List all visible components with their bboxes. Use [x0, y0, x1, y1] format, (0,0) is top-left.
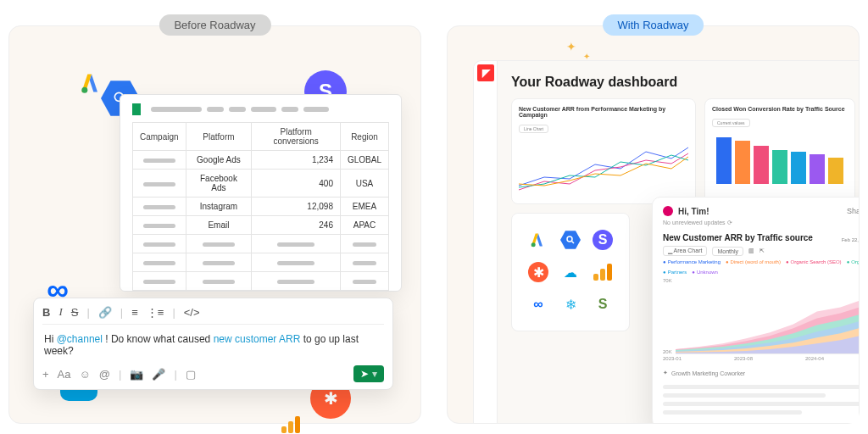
sheets-icon [132, 103, 141, 115]
google-analytics-icon [590, 259, 615, 285]
chart-date: Feb 22, 4:38 PM [842, 237, 859, 242]
time-chip[interactable]: Monthly [712, 247, 743, 256]
y-axis-bot: 20K [663, 349, 672, 354]
text-format-icon[interactable]: Aa [58, 368, 71, 381]
svg-point-11 [567, 236, 572, 242]
svg-point-10 [531, 242, 536, 247]
before-panel: Before Roadway S ∞ salesforce ✱ [8, 25, 421, 424]
x-axis: 2023-01 2023-08 2024-04 2024-08 [663, 356, 859, 361]
greeting: Hi, Tim! [678, 207, 709, 216]
chart2-title: Closed Won Conversion Rate by Traffic So… [712, 106, 848, 112]
table-row: Instagram12,098EMEA [133, 198, 389, 216]
chart1-title: New Customer ARR from Performance Market… [519, 106, 688, 118]
with-badge: With Roadway [603, 14, 704, 36]
camera-icon[interactable]: 📷 [130, 368, 143, 381]
google-analytics-icon [274, 408, 308, 434]
at-icon[interactable]: @ [99, 368, 110, 381]
salesforce-icon: ☁ [558, 259, 583, 285]
area-chart [676, 278, 859, 354]
link-icon[interactable]: 🔗 [98, 306, 112, 319]
table-row: Google Ads1,234GLOBAL [133, 151, 389, 170]
stripe-icon: S [590, 227, 615, 253]
table-row [133, 235, 389, 253]
inline-link: new customer ARR [214, 333, 301, 345]
bold-icon[interactable]: B [42, 306, 50, 319]
bar-chart [712, 129, 848, 188]
sparkle-icon: ✦ [566, 40, 576, 53]
roadway-logo-icon: ◤ [477, 64, 494, 81]
sparkle-icon: ✦ [663, 370, 668, 376]
svg-rect-9 [828, 158, 843, 184]
chart-type-chip[interactable]: ▁ Area Chart [663, 246, 707, 256]
status-text: No unreviewed updates ⟳ [663, 220, 859, 226]
legend: Performance Marketing Direct (word of mo… [663, 259, 859, 275]
svg-point-0 [81, 87, 87, 93]
big-chart-title: New Customer ARR by Traffic source [663, 233, 813, 242]
svg-line-12 [572, 242, 575, 244]
bullet-list-icon[interactable]: ⋮≡ [147, 306, 164, 319]
avatar [663, 206, 673, 216]
table-row [133, 272, 389, 291]
col-campaign: Campaign [133, 123, 186, 151]
chart-card-lines[interactable]: New Customer ARR from Performance Market… [511, 98, 696, 204]
italic-icon[interactable]: I [58, 305, 62, 319]
emoji-icon[interactable]: ☺ [80, 368, 91, 381]
shortcut-icon[interactable]: ▢ [186, 368, 196, 381]
message-editor[interactable]: B I S | 🔗 | ≡ ⋮≡ | </> Hi @channel ! Do … [33, 298, 393, 390]
table-row: Email246APAC [133, 216, 389, 235]
integrations-card[interactable]: S ✱ ☁ ∞ ❄ S [511, 213, 630, 331]
y-axis-top: 70K [663, 278, 672, 283]
bar-icon[interactable]: ▥ [748, 248, 754, 254]
app-sidebar: ◤ [474, 61, 498, 423]
svg-rect-5 [754, 146, 769, 184]
expand-icon[interactable]: ⇱ [760, 248, 765, 254]
roadway-app: ◤ Your Roadway dashboard New Customer AR… [473, 60, 859, 423]
chart-card-bars[interactable]: Closed Won Conversion Rate by Traffic So… [704, 98, 855, 204]
snowflake-icon: ❄ [558, 292, 583, 317]
add-icon[interactable]: + [42, 368, 49, 381]
share-button[interactable]: Share [847, 207, 859, 215]
skeleton-text [663, 385, 859, 415]
meta-icon: ∞ [526, 292, 551, 317]
bigquery-icon [558, 227, 583, 253]
svg-rect-8 [810, 154, 825, 184]
table-row: Facebook Ads400USA [133, 170, 389, 198]
with-panel: With Roadway ✦ ✦ ◤ Your Roadway dashboar… [447, 25, 860, 424]
code-icon[interactable]: </> [184, 306, 200, 319]
spreadsheet-table: Campaign Platform Platform conversions R… [132, 122, 389, 291]
insight-card[interactable]: Hi, Tim! Share ⚙ ⋯ No unreviewed updates… [652, 197, 859, 423]
hubspot-icon: ✱ [526, 259, 551, 285]
dashboard-title: Your Roadway dashboard [511, 75, 845, 90]
table-row [133, 253, 389, 272]
shopify-icon: S [590, 292, 615, 317]
spreadsheet-card: Campaign Platform Platform conversions R… [120, 94, 402, 292]
svg-rect-7 [791, 152, 806, 184]
line-chart [519, 135, 688, 194]
mention: @channel [57, 333, 103, 345]
svg-rect-4 [735, 141, 750, 184]
col-conversions: Platform conversions [252, 123, 341, 151]
mic-icon[interactable]: 🎤 [152, 368, 165, 381]
editor-text[interactable]: Hi @channel ! Do know what caused new cu… [42, 325, 384, 365]
col-platform: Platform [186, 123, 252, 151]
google-ads-icon [526, 227, 551, 253]
coworker-label: Growth Marketing Coworker [671, 370, 745, 376]
editor-toolbar: B I S | 🔗 | ≡ ⋮≡ | </> [42, 305, 384, 325]
before-badge: Before Roadway [159, 14, 270, 36]
svg-rect-6 [772, 150, 787, 184]
send-button[interactable]: ➤ ▾ [353, 365, 384, 382]
strike-icon[interactable]: S [71, 306, 79, 319]
col-region: Region [340, 123, 388, 151]
ordered-list-icon[interactable]: ≡ [131, 306, 138, 319]
svg-rect-3 [716, 137, 732, 184]
